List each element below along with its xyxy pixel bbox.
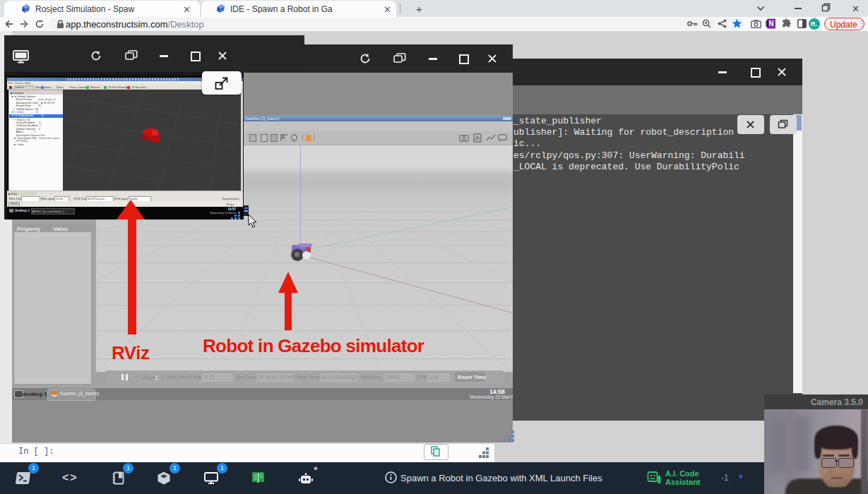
svg-text:N: N [768, 20, 773, 28]
